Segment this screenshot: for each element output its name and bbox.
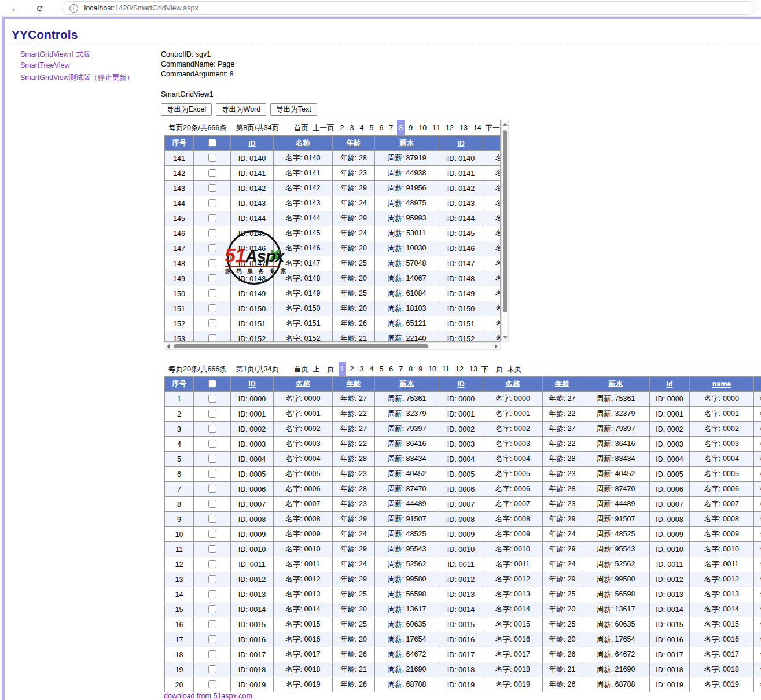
sort-link[interactable]: 名称 (506, 380, 520, 388)
back-arrow-icon[interactable]: ← (10, 3, 20, 13)
row-checkbox[interactable] (208, 395, 216, 403)
nav-link-smartgridview-test[interactable]: SmartGridView测试版（停止更新） (20, 73, 134, 83)
pager-page-14[interactable]: 14 (472, 120, 483, 135)
column-header-sort[interactable]: ID (439, 136, 483, 151)
column-header-sort[interactable]: 薪水 (375, 136, 439, 151)
column-header-sort[interactable]: 名称 (483, 377, 543, 392)
pager-first[interactable]: 首页 (294, 365, 308, 373)
export-excel-button[interactable]: 导出为Excel (161, 103, 212, 116)
grid1-vertical-scrollbar[interactable] (501, 120, 509, 342)
pager-page-10[interactable]: 10 (417, 120, 428, 135)
column-header-sort[interactable]: 年龄 (333, 136, 375, 151)
row-checkbox[interactable] (208, 319, 216, 327)
vertical-scroll-thumb[interactable] (503, 130, 507, 312)
column-header-sort[interactable]: id (650, 377, 690, 392)
column-header-sort[interactable]: 年龄 (333, 377, 375, 392)
pager-prev[interactable]: 上一页 (313, 365, 334, 373)
pager-page-8[interactable]: 8 (397, 120, 405, 135)
row-checkbox[interactable] (208, 605, 216, 613)
row-checkbox[interactable] (208, 545, 216, 553)
address-bar[interactable]: i localhost:1420/SmartGridView.aspx (62, 1, 755, 15)
pager-next[interactable]: 下一页 (486, 124, 501, 132)
row-checkbox[interactable] (208, 229, 216, 237)
sort-link[interactable]: 年龄 (347, 139, 361, 147)
sort-link[interactable]: ID (457, 139, 465, 148)
pager-page-12[interactable]: 12 (444, 120, 455, 135)
export-text-button[interactable]: 导出为Text (270, 103, 317, 116)
row-checkbox[interactable] (208, 154, 216, 162)
row-checkbox[interactable] (208, 455, 216, 463)
pager-page-4[interactable]: 4 (358, 120, 365, 135)
sort-link[interactable]: 年龄 (555, 380, 569, 388)
pager-page-8[interactable]: 8 (407, 362, 414, 376)
sort-link[interactable]: id (666, 380, 672, 388)
row-checkbox[interactable] (208, 334, 216, 342)
pager-page-12[interactable]: 12 (454, 362, 465, 376)
column-header-sort[interactable]: 名称 (274, 377, 333, 392)
row-checkbox[interactable] (208, 560, 216, 568)
column-header-sort[interactable]: 年龄 (543, 377, 582, 392)
pager-page-6[interactable]: 6 (377, 120, 385, 135)
row-checkbox[interactable] (208, 214, 216, 222)
row-checkbox[interactable] (208, 680, 216, 688)
row-checkbox[interactable] (208, 289, 216, 297)
row-checkbox[interactable] (208, 425, 216, 433)
pager-page-4[interactable]: 4 (367, 362, 375, 376)
pager-page-13[interactable]: 13 (468, 362, 479, 376)
pager-page-2[interactable]: 2 (348, 362, 356, 376)
row-checkbox[interactable] (208, 575, 216, 583)
column-header-sort[interactable]: 薪水 (375, 377, 439, 392)
pager-page-3[interactable]: 3 (348, 120, 356, 135)
column-header-sort[interactable]: 名称 (274, 136, 333, 151)
sort-link[interactable]: 名称 (296, 139, 310, 147)
scroll-up-arrow-icon[interactable] (503, 123, 508, 126)
sort-link[interactable]: 年龄 (347, 380, 361, 388)
row-checkbox[interactable] (208, 500, 216, 508)
select-all-checkbox[interactable] (208, 139, 216, 147)
pager-page-6[interactable]: 6 (387, 362, 395, 376)
sort-link[interactable]: 薪水 (400, 139, 414, 147)
column-header-sort[interactable]: 名称 (483, 136, 501, 151)
pager-prev[interactable]: 上一页 (313, 124, 334, 132)
row-checkbox[interactable] (208, 244, 216, 252)
footer-download-link[interactable]: download from 51aspx.com (164, 692, 252, 700)
row-checkbox[interactable] (208, 515, 216, 523)
row-checkbox[interactable] (208, 440, 216, 448)
pager-page-2[interactable]: 2 (339, 120, 346, 135)
pager-page-3[interactable]: 3 (358, 362, 365, 376)
pager-next[interactable]: 下一页 (481, 365, 503, 373)
pager-page-7[interactable]: 7 (397, 362, 405, 376)
pager-last[interactable]: 末页 (507, 365, 521, 373)
row-checkbox[interactable] (208, 665, 216, 673)
pager-first[interactable]: 首页 (294, 124, 308, 132)
column-header-sort[interactable]: ID (231, 136, 274, 151)
export-word-button[interactable]: 导出为Word (216, 103, 266, 116)
row-checkbox[interactable] (208, 590, 216, 598)
pager-page-10[interactable]: 10 (427, 362, 438, 376)
pager-page-11[interactable]: 11 (431, 120, 442, 135)
sort-link[interactable]: ID (248, 380, 256, 388)
horizontal-scroll-thumb[interactable] (174, 344, 428, 348)
column-header-sort[interactable]: 年龄 (754, 377, 761, 392)
row-checkbox[interactable] (208, 169, 216, 177)
pager-page-13[interactable]: 13 (458, 120, 469, 135)
pager-page-9[interactable]: 9 (407, 120, 414, 135)
refresh-icon[interactable]: ↻ (35, 5, 44, 12)
column-header-sort[interactable]: name (690, 377, 754, 392)
row-checkbox[interactable] (208, 635, 216, 643)
sort-link[interactable]: 薪水 (609, 380, 623, 388)
row-checkbox[interactable] (208, 650, 216, 658)
scroll-right-arrow-icon[interactable] (495, 344, 498, 349)
pager-page-1[interactable]: 1 (339, 362, 346, 376)
scroll-left-arrow-icon[interactable] (167, 344, 170, 349)
sort-link[interactable]: ID (248, 139, 256, 148)
row-checkbox[interactable] (208, 485, 216, 493)
row-checkbox[interactable] (208, 184, 216, 192)
row-checkbox[interactable] (208, 530, 216, 538)
column-header-sort[interactable]: ID (439, 377, 483, 392)
nav-link-smarttreeview[interactable]: SmartTreeView (20, 61, 69, 69)
row-checkbox[interactable] (208, 259, 216, 267)
nav-link-smartgridview-release[interactable]: SmartGridView正式版 (20, 50, 90, 60)
row-checkbox[interactable] (208, 620, 216, 628)
row-checkbox[interactable] (208, 304, 216, 312)
